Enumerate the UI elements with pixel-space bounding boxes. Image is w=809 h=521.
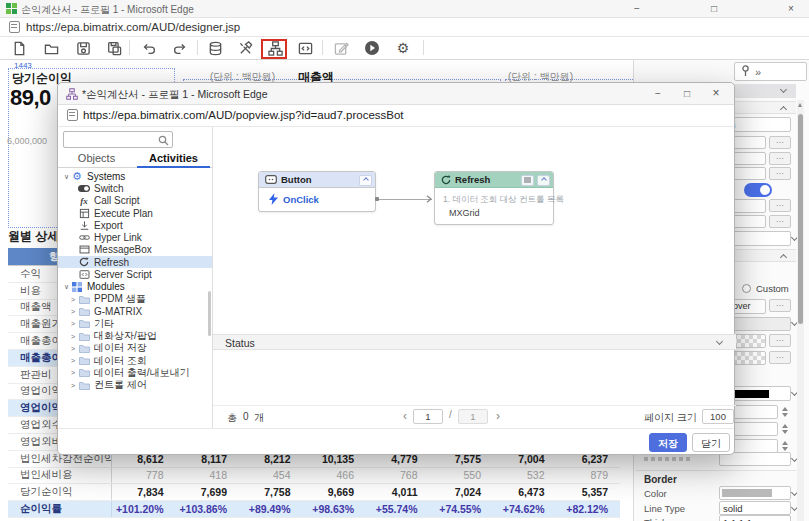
refresh-node-desc: 1. 데이터 조회 대상 컨트롤 목록	[443, 194, 564, 206]
caret-right-icon[interactable]: >	[71, 296, 78, 303]
new-file-button[interactable]	[6, 38, 32, 58]
settings-gear-button[interactable]: ⚙	[390, 38, 416, 58]
caret-right-icon[interactable]: >	[71, 382, 78, 389]
refresh-node-body: 1. 데이터 조회 대상 컨트롤 목록 MXGrid	[435, 188, 553, 225]
collapse-node-icon[interactable]	[359, 175, 372, 186]
tree-item-데이터-출력-내보내기[interactable]: > 데이터 출력/내보내기	[58, 367, 212, 379]
button-icon	[265, 175, 277, 184]
tree-search[interactable]	[63, 131, 173, 148]
collapse-refresh-node-icon[interactable]	[537, 175, 550, 186]
onclick-event-label[interactable]: OnClick	[283, 194, 319, 205]
caret-down-icon[interactable]: ∨	[64, 283, 71, 290]
toolbar-separator	[129, 40, 130, 55]
close-button[interactable]: 닫기	[692, 433, 730, 452]
tree-item-데이터-저장[interactable]: > 데이터 저장	[58, 342, 212, 354]
tree-item-컨트롤-제어[interactable]: > 컨트롤 제어	[58, 379, 212, 391]
tree-group-systems[interactable]: ∨ ⚙ Systems	[58, 170, 212, 182]
current-page-input[interactable]	[413, 409, 443, 424]
tree-item-switch[interactable]: Switch	[58, 182, 212, 194]
save-button[interactable]	[70, 38, 96, 58]
spinner-3-icon[interactable]	[780, 439, 791, 453]
caret-down-icon[interactable]: ∨	[64, 173, 71, 180]
prop-browse-3[interactable]: ···	[769, 167, 791, 180]
minimize-icon[interactable]: −	[626, 0, 648, 17]
database-button[interactable]	[202, 38, 228, 58]
caret-right-icon[interactable]: >	[71, 357, 78, 364]
tab-objects[interactable]: Objects	[58, 149, 135, 167]
sidebar-divider	[212, 127, 213, 428]
status-chevron-icon[interactable]	[716, 338, 723, 345]
prop-browse-1[interactable]: ···	[769, 136, 791, 149]
next-page-icon[interactable]: ›	[496, 409, 500, 424]
status-panel-header[interactable]: Status	[213, 334, 736, 350]
popup-close-icon[interactable]: ×	[705, 85, 727, 102]
tree-group-modules[interactable]: ∨ Modules	[58, 281, 212, 293]
prop-browse-2[interactable]: ···	[769, 152, 791, 165]
run-button[interactable]	[359, 38, 385, 58]
save-button[interactable]: 저장	[649, 433, 687, 452]
caret-right-icon[interactable]: >	[71, 369, 78, 376]
pin-icon[interactable]	[741, 65, 750, 76]
transparent-browse-2[interactable]: ···	[769, 351, 791, 364]
row-value: 7,699	[176, 484, 240, 500]
search-input[interactable]	[66, 133, 158, 146]
caret-right-icon[interactable]: >	[71, 333, 78, 340]
tree-item-기타[interactable]: > 기타	[58, 318, 212, 330]
popup-favicon-sitemap-icon	[66, 88, 78, 100]
prop-browse-4[interactable]: ···	[769, 199, 791, 212]
tree-item-대화상자-팝업[interactable]: > 대화상자/팝업	[58, 330, 212, 342]
border-color-select[interactable]	[719, 486, 791, 500]
tree-item-server-script[interactable]: Server Script	[58, 268, 212, 280]
open-folder-button[interactable]	[38, 38, 64, 58]
close-icon[interactable]: ×	[780, 0, 802, 17]
tree-item-call-script[interactable]: fx Call Script	[58, 195, 212, 207]
tab-activities[interactable]: Activities	[135, 149, 212, 167]
hover-browse[interactable]: ···	[769, 299, 791, 312]
search-icon[interactable]	[158, 135, 169, 146]
tree-item-label: G-MATRIX	[94, 306, 142, 317]
tools-button[interactable]	[232, 38, 258, 58]
spinner-2-icon[interactable]	[780, 422, 791, 436]
prev-page-icon[interactable]: ‹	[403, 409, 407, 424]
caret-right-icon[interactable]: >	[71, 320, 78, 327]
spinner-1-icon[interactable]	[780, 405, 791, 419]
popup-maximize-icon[interactable]: □	[676, 85, 698, 102]
address-url[interactable]: https://epa.bimatrix.com/AUD/designer.js…	[26, 21, 240, 33]
prop-browse-5[interactable]: ···	[769, 215, 791, 228]
custom-radio[interactable]	[742, 284, 751, 293]
tree-item-hyper-link[interactable]: Hyper Link	[58, 231, 212, 243]
tree-item-export[interactable]: Export	[58, 219, 212, 231]
tree-item-refresh[interactable]: Refresh	[58, 256, 212, 268]
undo-button[interactable]	[135, 38, 161, 58]
tree-item-ppdm-샘플[interactable]: > PPDM 샘플	[58, 293, 212, 305]
tree-scrollbar[interactable]	[208, 291, 211, 336]
popup-address-url[interactable]: https://epa.bimatrix.com/AUD/popview.jsp…	[83, 109, 404, 121]
panel-collapse-header[interactable]: »	[734, 62, 807, 81]
redo-button[interactable]	[167, 38, 193, 58]
thickness-label: Thickness	[644, 517, 687, 521]
refresh-node[interactable]: Refresh 1. 데이터 조회 대상 컨트롤 목록 MXGrid	[434, 171, 554, 225]
button-node-header[interactable]: Button	[259, 172, 375, 188]
button-node[interactable]: Button OnClick	[258, 171, 376, 212]
caret-right-icon[interactable]: >	[71, 345, 78, 352]
maximize-icon[interactable]: □	[703, 0, 725, 17]
code-button[interactable]	[292, 38, 318, 58]
refresh-node-header[interactable]: Refresh	[435, 172, 553, 188]
page-size-input[interactable]	[702, 409, 734, 424]
caret-right-icon[interactable]: >	[71, 308, 78, 315]
save-as-button[interactable]	[101, 38, 127, 58]
thickness-field[interactable]: 1 1 1 1	[719, 515, 791, 521]
tree-item-execute-plan[interactable]: Execute Plan	[58, 207, 212, 219]
transparent-browse-1[interactable]: ···	[769, 334, 791, 347]
node-list-icon[interactable]	[521, 175, 534, 186]
panel-scrollbar[interactable]	[797, 100, 804, 521]
popup-minimize-icon[interactable]: −	[647, 85, 669, 102]
folder-icon	[78, 331, 90, 342]
tree-item-messagebox[interactable]: MessageBox	[58, 244, 212, 256]
line-type-select[interactable]: solid	[719, 501, 791, 515]
collapse-panel-icon[interactable]: »	[755, 66, 761, 78]
edit-button[interactable]	[328, 38, 354, 58]
toggle-switch[interactable]	[744, 183, 772, 197]
tree-item-g-matrix[interactable]: > G-MATRIX	[58, 305, 212, 317]
tree-item-데이터-조회[interactable]: > 데이터 조회	[58, 354, 212, 366]
